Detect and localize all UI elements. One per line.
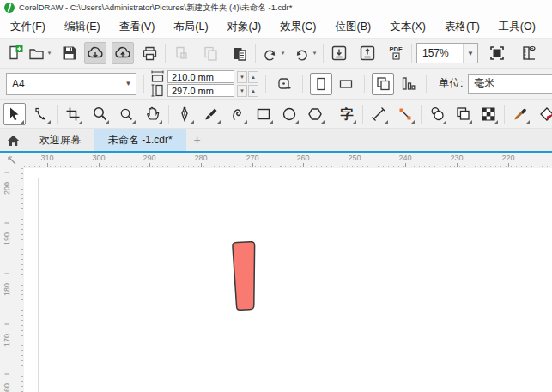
menu-file[interactable]: 文件(F) [1,15,55,38]
current-page-settings-button[interactable] [372,73,394,95]
hruler-tick-label: 300 [73,154,124,162]
welcome-home-button[interactable] [0,129,26,151]
zoom-level-combo[interactable]: 157% ▼ [416,43,478,63]
connector-tool[interactable] [394,103,416,125]
menu-layout[interactable]: 布局(L) [164,15,217,38]
zoom-tool[interactable] [88,103,111,125]
rectangle-tool[interactable] [252,103,275,125]
home-icon [6,133,21,148]
horizontal-ruler[interactable]: 310 300 290 280 270 260 250 240 230 220 [0,153,552,168]
cut-icon [173,45,190,62]
import-button[interactable] [328,42,350,64]
fill-diamond-icon [538,106,552,123]
freehand-tool[interactable] [227,103,249,125]
new-document-icon [7,45,24,62]
fullscreen-preview-button[interactable] [486,42,508,64]
ellipse-tool[interactable] [278,103,300,125]
autofit-page-button[interactable] [273,73,295,95]
hruler-tick-label: 230 [431,154,482,162]
mesh-fill-tool[interactable] [477,103,500,125]
undo-dropdown-caret[interactable]: ▾ [279,50,287,57]
shape-node-icon [33,106,49,122]
tab-welcome-screen[interactable]: 欢迎屏幕 [26,129,94,151]
landscape-icon [338,76,354,92]
hruler-tick-label: 260 [277,154,329,162]
shadow-circles-icon [429,106,446,122]
paintbrush-icon [203,106,219,122]
menu-text[interactable]: 文本(X) [380,15,435,38]
text-tool[interactable]: 字 [336,103,358,125]
page-size-caret-icon[interactable]: ▼ [121,74,136,94]
hruler-tick-label: 310 [21,154,73,162]
artistic-media-tool[interactable] [200,103,222,125]
open-button[interactable] [27,42,45,64]
cloud-open-button[interactable] [84,42,106,64]
page-dimensions-button[interactable] [397,73,419,95]
page-size-combo[interactable]: A4 ▼ [6,73,136,95]
menu-edit[interactable]: 编辑(E) [55,15,110,38]
vertical-ruler[interactable]: 200 190 180 170 160 [0,168,24,392]
toolbox-separator [168,105,169,124]
menu-object[interactable]: 对象(J) [218,15,271,38]
menu-bitmaps[interactable]: 位图(B) [326,15,381,38]
copy-button [199,42,221,64]
toolbox-separator [362,105,363,124]
hruler-tick-label: 240 [379,154,431,162]
vruler-tick-label: 180 [2,278,13,302]
menu-tools[interactable]: 工具(O) [489,15,545,38]
print-button[interactable] [138,42,161,64]
interactive-fill-tool[interactable] [536,103,552,125]
transparency-tool[interactable] [452,103,474,125]
drawn-rounded-rectangle[interactable] [233,242,255,310]
drop-shadow-tool[interactable] [426,103,448,125]
page-width-spinners[interactable]: ▼▲ [237,71,258,83]
eyedropper-tool[interactable] [509,103,531,125]
menu-view[interactable]: 查看(V) [110,15,165,38]
undo-button[interactable] [260,42,279,64]
zoom-combo-caret-icon[interactable]: ▼ [463,44,477,63]
vruler-tick-label: 160 [2,378,13,392]
landscape-orientation-button[interactable] [335,73,357,95]
dimension-tool[interactable] [367,103,390,125]
units-combo[interactable]: 毫米 ▼ [468,74,552,94]
ruler-icon [520,45,537,62]
vruler-tick-label: 170 [2,329,13,353]
paste-button[interactable] [228,42,251,64]
zoom-out-tool[interactable] [115,103,137,125]
pen-nib-icon [177,106,192,122]
units-label: 单位: [439,76,463,91]
portrait-orientation-button[interactable] [310,73,332,95]
shape-layer [24,168,552,392]
cloud-download-icon [87,45,104,62]
publish-pdf-button[interactable]: PDF [385,42,407,64]
save-button[interactable] [58,42,81,64]
ruler-origin-icon[interactable] [0,153,24,168]
crop-tool[interactable] [62,103,84,125]
redo-dropdown-caret[interactable]: ▾ [311,50,318,57]
polygon-tool[interactable] [304,103,326,125]
show-rulers-button[interactable] [518,42,540,64]
print-icon [142,45,158,62]
page-height-spinners[interactable]: ▼▲ [237,85,258,97]
open-dropdown-caret[interactable]: ▾ [45,50,53,57]
page-width-input[interactable]: 210.0 mm [167,70,234,83]
pick-tool[interactable] [3,103,26,125]
menu-effects[interactable]: 效果(C) [270,15,325,38]
pan-tool[interactable] [142,103,164,125]
new-tab-button[interactable]: + [186,129,209,151]
drawing-canvas[interactable] [24,168,552,392]
page-height-input[interactable]: 297.0 mm [167,84,234,97]
units-value: 毫米 [469,76,552,91]
export-button[interactable] [356,42,379,64]
shape-tool[interactable] [30,103,52,125]
curve-loop-icon [230,106,246,122]
cloud-save-button[interactable] [112,42,134,64]
polygon-icon [307,106,323,122]
pen-tool[interactable] [173,103,196,125]
hruler-tick-label: 290 [124,154,175,162]
redo-button[interactable] [292,42,311,64]
new-document-button[interactable] [4,42,27,64]
undo-icon [262,45,278,62]
tab-untitled-document[interactable]: 未命名 -1.cdr* [94,129,186,151]
menu-table[interactable]: 表格(T) [435,15,489,38]
